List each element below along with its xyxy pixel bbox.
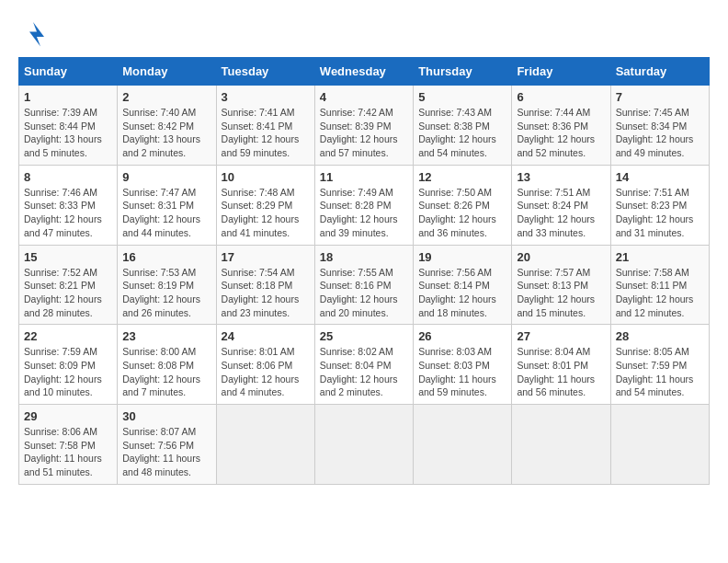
sunset-label: Sunset: 8:42 PM	[122, 121, 194, 132]
day-info: Sunrise: 7:50 AM Sunset: 8:26 PM Dayligh…	[418, 186, 506, 240]
sunset-label: Sunset: 8:34 PM	[616, 121, 688, 132]
page-header	[18, 18, 710, 48]
sunrise-label: Sunrise: 7:41 AM	[222, 107, 295, 118]
daylight-label: Daylight: 12 hours and 44 minutes.	[122, 213, 200, 238]
daylight-label: Daylight: 13 hours and 2 minutes.	[122, 133, 200, 158]
day-info: Sunrise: 8:07 AM Sunset: 7:56 PM Dayligh…	[122, 425, 210, 479]
sunset-label: Sunset: 8:28 PM	[320, 200, 392, 211]
day-info: Sunrise: 7:54 AM Sunset: 8:18 PM Dayligh…	[222, 266, 310, 320]
day-info: Sunrise: 7:43 AM Sunset: 8:38 PM Dayligh…	[418, 106, 506, 160]
day-number: 3	[222, 90, 310, 104]
calendar-cell	[216, 405, 314, 485]
calendar-cell: 21 Sunrise: 7:58 AM Sunset: 8:11 PM Dayl…	[610, 245, 709, 325]
sunrise-label: Sunrise: 7:51 AM	[517, 187, 590, 198]
day-info: Sunrise: 8:02 AM Sunset: 8:04 PM Dayligh…	[320, 345, 408, 399]
calendar-cell: 5 Sunrise: 7:43 AM Sunset: 8:38 PM Dayli…	[414, 86, 512, 166]
daylight-label: Daylight: 12 hours and 39 minutes.	[320, 213, 398, 238]
sunset-label: Sunset: 8:11 PM	[616, 280, 688, 291]
daylight-label: Daylight: 12 hours and 33 minutes.	[517, 213, 595, 238]
day-info: Sunrise: 7:47 AM Sunset: 8:31 PM Dayligh…	[122, 186, 210, 240]
day-info: Sunrise: 8:03 AM Sunset: 8:03 PM Dayligh…	[418, 345, 506, 399]
day-info: Sunrise: 7:45 AM Sunset: 8:34 PM Dayligh…	[616, 106, 704, 160]
daylight-label: Daylight: 12 hours and 2 minutes.	[320, 373, 398, 398]
sunset-label: Sunset: 8:26 PM	[418, 200, 490, 211]
daylight-label: Daylight: 11 hours and 48 minutes.	[122, 453, 200, 477]
sunset-label: Sunset: 8:14 PM	[418, 280, 490, 291]
daylight-label: Daylight: 11 hours and 59 minutes.	[418, 373, 496, 398]
day-number: 10	[222, 170, 310, 184]
day-number: 21	[616, 250, 704, 264]
calendar-cell: 26 Sunrise: 8:03 AM Sunset: 8:03 PM Dayl…	[414, 325, 512, 405]
day-number: 25	[320, 329, 408, 343]
calendar-cell: 14 Sunrise: 7:51 AM Sunset: 8:23 PM Dayl…	[610, 165, 709, 245]
day-info: Sunrise: 7:56 AM Sunset: 8:14 PM Dayligh…	[418, 266, 506, 320]
calendar-cell: 18 Sunrise: 7:55 AM Sunset: 8:16 PM Dayl…	[314, 245, 413, 325]
calendar-cell: 23 Sunrise: 8:00 AM Sunset: 8:08 PM Dayl…	[118, 325, 216, 405]
daylight-label: Daylight: 12 hours and 47 minutes.	[24, 213, 102, 238]
day-number: 7	[616, 90, 704, 104]
sunset-label: Sunset: 8:38 PM	[418, 121, 490, 132]
day-info: Sunrise: 7:40 AM Sunset: 8:42 PM Dayligh…	[122, 106, 210, 160]
daylight-label: Daylight: 12 hours and 10 minutes.	[24, 373, 102, 398]
calendar-cell: 20 Sunrise: 7:57 AM Sunset: 8:13 PM Dayl…	[512, 245, 610, 325]
sunrise-label: Sunrise: 7:44 AM	[517, 107, 590, 118]
day-header-thursday: Thursday	[414, 58, 512, 86]
sunset-label: Sunset: 8:41 PM	[222, 121, 293, 132]
day-info: Sunrise: 7:55 AM Sunset: 8:16 PM Dayligh…	[320, 266, 408, 320]
daylight-label: Daylight: 12 hours and 7 minutes.	[122, 373, 200, 398]
sunset-label: Sunset: 8:23 PM	[616, 200, 688, 211]
day-number: 5	[418, 90, 506, 104]
day-number: 18	[320, 250, 408, 264]
sunrise-label: Sunrise: 7:39 AM	[24, 107, 97, 118]
calendar-cell: 15 Sunrise: 7:52 AM Sunset: 8:21 PM Dayl…	[19, 245, 118, 325]
sunrise-label: Sunrise: 7:53 AM	[122, 267, 196, 278]
day-number: 9	[122, 170, 210, 184]
sunset-label: Sunset: 8:18 PM	[222, 280, 293, 291]
calendar-cell: 6 Sunrise: 7:44 AM Sunset: 8:36 PM Dayli…	[512, 86, 610, 166]
sunset-label: Sunset: 8:31 PM	[122, 200, 194, 211]
sunrise-label: Sunrise: 7:54 AM	[222, 267, 295, 278]
day-header-friday: Friday	[512, 58, 610, 86]
daylight-label: Daylight: 12 hours and 49 minutes.	[616, 133, 694, 158]
day-number: 2	[122, 90, 210, 104]
day-number: 4	[320, 90, 408, 104]
sunset-label: Sunset: 7:58 PM	[24, 440, 96, 451]
sunrise-label: Sunrise: 7:40 AM	[122, 107, 196, 118]
daylight-label: Daylight: 12 hours and 59 minutes.	[222, 133, 300, 158]
daylight-label: Daylight: 12 hours and 36 minutes.	[418, 213, 496, 238]
calendar-cell: 13 Sunrise: 7:51 AM Sunset: 8:24 PM Dayl…	[512, 165, 610, 245]
sunrise-label: Sunrise: 7:45 AM	[616, 107, 689, 118]
day-info: Sunrise: 7:49 AM Sunset: 8:28 PM Dayligh…	[320, 186, 408, 240]
daylight-label: Daylight: 12 hours and 26 minutes.	[122, 293, 200, 318]
day-header-wednesday: Wednesday	[314, 58, 413, 86]
day-number: 11	[320, 170, 408, 184]
day-number: 24	[222, 329, 310, 343]
sunrise-label: Sunrise: 7:50 AM	[418, 187, 492, 198]
day-number: 13	[517, 170, 605, 184]
day-info: Sunrise: 7:41 AM Sunset: 8:41 PM Dayligh…	[222, 106, 310, 160]
day-info: Sunrise: 7:58 AM Sunset: 8:11 PM Dayligh…	[616, 266, 704, 320]
sunrise-label: Sunrise: 7:51 AM	[616, 187, 689, 198]
sunrise-label: Sunrise: 7:49 AM	[320, 187, 393, 198]
day-number: 26	[418, 329, 506, 343]
sunset-label: Sunset: 8:24 PM	[517, 200, 588, 211]
calendar-cell: 16 Sunrise: 7:53 AM Sunset: 8:19 PM Dayl…	[118, 245, 216, 325]
day-info: Sunrise: 7:57 AM Sunset: 8:13 PM Dayligh…	[517, 266, 605, 320]
day-number: 30	[122, 409, 210, 423]
day-header-sunday: Sunday	[19, 58, 118, 86]
daylight-label: Daylight: 12 hours and 54 minutes.	[418, 133, 496, 158]
calendar-cell: 29 Sunrise: 8:06 AM Sunset: 7:58 PM Dayl…	[19, 405, 118, 485]
sunset-label: Sunset: 8:44 PM	[24, 121, 96, 132]
sunset-label: Sunset: 8:13 PM	[517, 280, 588, 291]
sunset-label: Sunset: 8:39 PM	[320, 121, 392, 132]
sunset-label: Sunset: 8:03 PM	[418, 360, 490, 371]
calendar-cell: 4 Sunrise: 7:42 AM Sunset: 8:39 PM Dayli…	[314, 86, 413, 166]
calendar-cell: 22 Sunrise: 7:59 AM Sunset: 8:09 PM Dayl…	[19, 325, 118, 405]
sunrise-label: Sunrise: 7:48 AM	[222, 187, 295, 198]
daylight-label: Daylight: 11 hours and 54 minutes.	[616, 373, 694, 398]
sunrise-label: Sunrise: 7:59 AM	[24, 346, 97, 357]
calendar-cell: 10 Sunrise: 7:48 AM Sunset: 8:29 PM Dayl…	[216, 165, 314, 245]
calendar-header-row: SundayMondayTuesdayWednesdayThursdayFrid…	[19, 58, 710, 86]
sunrise-label: Sunrise: 8:02 AM	[320, 346, 393, 357]
calendar-cell: 9 Sunrise: 7:47 AM Sunset: 8:31 PM Dayli…	[118, 165, 216, 245]
